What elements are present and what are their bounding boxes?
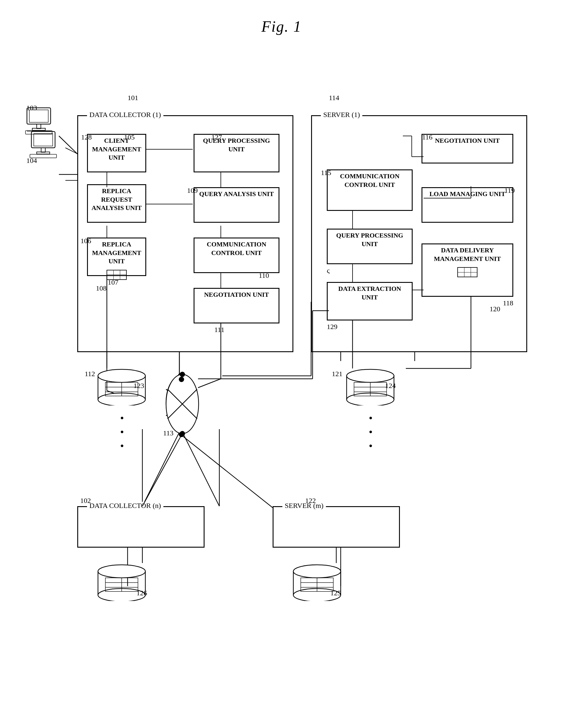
ref-119: 119: [504, 187, 515, 195]
ref-116: 116: [422, 133, 432, 141]
replica-req-label: REPLICA REQUEST ANALYSIS UNIT: [88, 185, 145, 214]
client-mgmt-label: CLIENT MANAGEMENT UNIT: [88, 135, 145, 164]
ref-102: 102: [80, 497, 91, 505]
ref-124: 124: [385, 382, 396, 390]
ref-118: 118: [503, 299, 513, 307]
replica-mgmt-label: REPLICA MANAGEMENT UNIT: [88, 238, 145, 267]
data-delivery-box: DATA DELIVERY MANAGEMENT UNIT: [421, 243, 513, 297]
svg-line-21: [142, 429, 181, 506]
negotiation-srv-box: NEGOTIATION UNIT: [421, 134, 513, 163]
server-m-label: SERVER (m): [282, 502, 326, 510]
dc1-dots: •••: [120, 411, 124, 453]
svg-point-79: [293, 565, 341, 578]
ref-112: 112: [85, 370, 95, 378]
svg-point-60: [346, 369, 394, 382]
query-analysis-box: QUERY ANALYSIS UNIT: [194, 187, 280, 223]
server-m-box: SERVER (m): [273, 506, 400, 548]
ref-108: 108: [96, 284, 107, 292]
ref-106: 106: [81, 237, 91, 245]
ref-129: 129: [327, 323, 337, 331]
svg-line-108: [142, 435, 182, 506]
data-delivery-label: DATA DELIVERY MANAGEMENT UNIT: [422, 244, 512, 265]
svg-point-69: [180, 372, 185, 377]
comm-ctrl-srv-label: COMMUNICATION CONTROL UNIT: [328, 170, 412, 191]
svg-line-94: [65, 148, 77, 154]
data-collector-1-label: DATA COLLECTOR (1): [87, 111, 163, 119]
data-collector-n-box: DATA COLLECTOR (n): [77, 506, 205, 548]
query-proc-srv-label: QUERY PROCESSING UNIT: [328, 230, 412, 250]
ref-107: 107: [108, 278, 118, 286]
ref-105: 105: [124, 133, 135, 141]
page-title: Fig. 1: [0, 0, 563, 47]
ref-114: 114: [329, 94, 339, 102]
ref-123: 123: [134, 382, 144, 390]
query-proc-srv-box: QUERY PROCESSING UNIT: [327, 229, 413, 264]
data-extraction-label: DATA EXTRACTION UNIT: [328, 283, 412, 303]
load-managing-box: LOAD MANAGING UNIT: [421, 187, 513, 223]
ref-128: 128: [81, 133, 92, 141]
negotiation-dc-label: NEGOTIATION UNIT: [195, 289, 279, 301]
data-collector-1-box: DATA COLLECTOR (1) CLIENT MANAGEMENT UNI…: [77, 115, 293, 352]
svg-rect-48: [34, 134, 53, 146]
server-1-box: SERVER (1) NEGOTIATION UNIT 116 COMMUNIC…: [311, 115, 527, 352]
ref-126: 126: [137, 589, 147, 597]
svg-point-72: [98, 565, 145, 578]
svg-point-53: [98, 369, 145, 382]
query-proc-dc-box: QUERY PROCESSING UNIT: [194, 134, 280, 172]
ref-122: 122: [305, 497, 316, 505]
ref-109: 109: [187, 187, 198, 195]
srv1-dots: •••: [369, 411, 373, 453]
data-extraction-box: DATA EXTRACTION UNIT: [327, 282, 413, 320]
ref-104: 104: [26, 157, 37, 165]
ref-111: 111: [214, 326, 225, 334]
comm-ctrl-dc-box: COMMUNICATION CONTROL UNIT: [194, 238, 280, 273]
ref-121: 121: [332, 370, 342, 378]
ref-103: 103: [26, 104, 37, 112]
svg-rect-47: [31, 132, 55, 148]
svg-point-70: [180, 431, 185, 436]
svg-line-112: [222, 468, 273, 508]
ref-113: 113: [163, 429, 174, 437]
negotiation-dc-box: NEGOTIATION UNIT: [194, 288, 280, 323]
query-proc-dc-label: QUERY PROCESSING UNIT: [195, 135, 279, 155]
replica-mgmt-box: REPLICA MANAGEMENT UNIT: [87, 238, 146, 276]
ref-110: 110: [259, 272, 269, 280]
load-managing-label: LOAD MANAGING UNIT: [422, 188, 512, 200]
svg-line-23: [181, 429, 219, 506]
replica-req-box: REPLICA REQUEST ANALYSIS UNIT: [87, 184, 146, 223]
ref-120: 120: [490, 305, 500, 313]
server-1-label: SERVER (1): [321, 111, 362, 119]
ref-127: 127: [211, 133, 222, 141]
comm-ctrl-srv-box: COMMUNICATION CONTROL UNIT: [327, 169, 413, 211]
comm-ctrl-dc-label: COMMUNICATION CONTROL UNIT: [195, 238, 279, 259]
svg-rect-43: [37, 124, 41, 129]
svg-rect-49: [41, 148, 45, 152]
query-analysis-label: QUERY ANALYSIS UNIT: [195, 188, 279, 200]
ref-115: 115: [321, 169, 331, 177]
ref-101: 101: [128, 94, 138, 102]
network-node: [163, 370, 202, 439]
diagram-container: 101 114 103 104 DATA COLLECTOR: [15, 47, 548, 728]
ref-125: 125: [330, 589, 341, 597]
svg-line-109: [182, 435, 222, 468]
negotiation-srv-label: NEGOTIATION UNIT: [422, 135, 512, 147]
data-collector-n-label: DATA COLLECTOR (n): [87, 502, 163, 510]
client-mgmt-box: CLIENT MANAGEMENT UNIT: [87, 134, 146, 172]
ref-117-s: ς: [327, 267, 330, 275]
